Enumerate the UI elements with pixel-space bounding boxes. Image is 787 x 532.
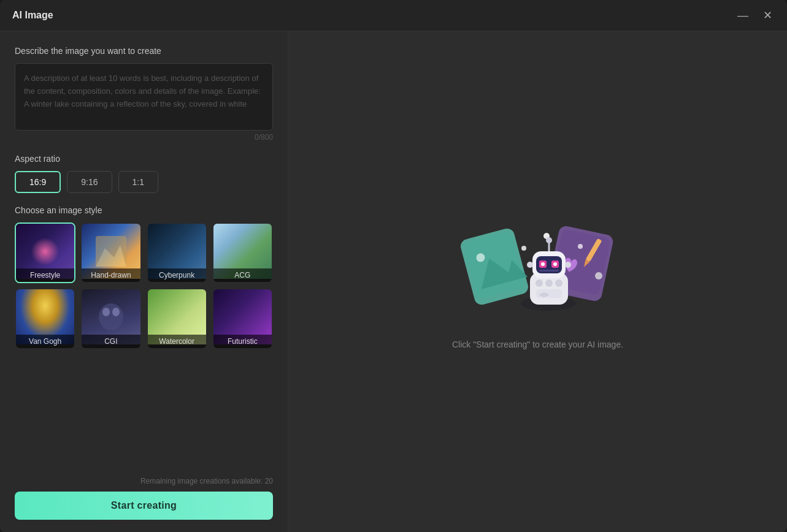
app-window: AI Image — ✕ Describe the image you want…: [0, 0, 787, 532]
svg-point-30: [545, 279, 553, 287]
svg-point-3: [102, 308, 110, 316]
remaining-text: Remaining image creations available: 20: [15, 477, 273, 485]
description-input[interactable]: [15, 63, 273, 131]
svg-point-22: [541, 262, 545, 266]
style-handdrawn[interactable]: Hand-drawn: [80, 222, 141, 283]
footer-area: Remaining image creations available: 20 …: [15, 467, 273, 520]
style-futuristic-label: Futuristic: [213, 335, 272, 348]
svg-rect-24: [539, 270, 559, 272]
window-controls: — ✕: [735, 9, 775, 22]
style-futuristic[interactable]: Futuristic: [212, 288, 273, 349]
main-content: Describe the image you want to create 0/…: [0, 31, 787, 532]
left-panel: Describe the image you want to create 0/…: [0, 31, 288, 532]
style-watercolor-label: Watercolor: [148, 335, 206, 348]
svg-point-34: [578, 244, 583, 249]
svg-point-29: [536, 279, 543, 287]
aspect-btn-1-1[interactable]: 1:1: [118, 171, 158, 193]
style-acg[interactable]: ACG: [212, 222, 273, 283]
svg-point-28: [546, 237, 552, 243]
style-vangogh-label: Van Gogh: [16, 335, 74, 348]
style-freestyle[interactable]: Freestyle: [15, 222, 75, 283]
svg-point-23: [553, 262, 557, 266]
style-freestyle-label: Freestyle: [16, 268, 74, 282]
svg-point-14: [521, 246, 526, 251]
style-cgi[interactable]: CGI: [80, 288, 141, 349]
aspect-btn-9-16[interactable]: 9:16: [67, 171, 112, 193]
svg-point-31: [555, 279, 562, 287]
preview-hint: Click "Start creating" to create your AI…: [452, 340, 623, 349]
style-acg-label: ACG: [213, 268, 272, 282]
style-cyberpunk-label: Cyberpunk: [148, 268, 206, 282]
minimize-button[interactable]: —: [735, 9, 751, 22]
aspect-buttons: 16:9 9:16 1:1: [15, 171, 273, 193]
char-count: 0/800: [15, 133, 273, 142]
close-button[interactable]: ✕: [761, 9, 775, 22]
svg-point-25: [527, 262, 533, 268]
svg-point-4: [112, 308, 120, 316]
style-watercolor[interactable]: Watercolor: [147, 288, 207, 349]
aspect-btn-16-9[interactable]: 16:9: [15, 171, 61, 193]
svg-point-15: [595, 272, 602, 279]
aspect-ratio-section: Aspect ratio 16:9 9:16 1:1: [15, 154, 273, 193]
style-cgi-label: CGI: [82, 335, 140, 348]
right-panel: ◁ ▷ Click "Start creating" to create you…: [288, 31, 787, 532]
svg-text:◁ ▷: ◁ ▷: [540, 292, 549, 297]
svg-point-26: [565, 262, 571, 268]
titlebar: AI Image — ✕: [0, 0, 787, 31]
style-grid: Freestyle Hand-drawn Cyberp: [15, 222, 273, 349]
svg-point-2: [99, 303, 123, 330]
style-section: Choose an image style Freestyle: [15, 205, 273, 349]
description-label: Describe the image you want to create: [15, 46, 273, 56]
start-creating-button[interactable]: Start creating: [15, 492, 273, 520]
window-title: AI Image: [12, 10, 53, 21]
style-section-label: Choose an image style: [15, 205, 273, 215]
style-vangogh[interactable]: Van Gogh: [15, 288, 75, 349]
style-cyberpunk[interactable]: Cyberpunk: [147, 222, 207, 283]
aspect-ratio-label: Aspect ratio: [15, 154, 273, 164]
robot-illustration: ◁ ▷: [458, 215, 617, 325]
illustration-area: ◁ ▷ Click "Start creating" to create you…: [452, 215, 623, 349]
style-handdrawn-label: Hand-drawn: [82, 268, 140, 282]
